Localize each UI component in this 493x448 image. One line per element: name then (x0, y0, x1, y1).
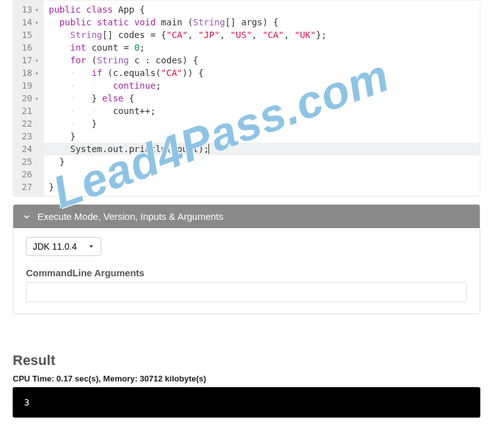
code-line[interactable]: public class App { (49, 3, 475, 16)
line-number: 24 (13, 143, 40, 155)
line-number: 17 (13, 54, 40, 67)
chevron-down-icon (22, 212, 31, 221)
code-line[interactable]: public static void main (String[] args) … (49, 16, 475, 29)
version-select[interactable]: JDK 11.0.4 (26, 237, 101, 256)
result-meta: CPU Time: 0.17 sec(s), Memory: 30712 kil… (13, 374, 480, 383)
line-number: 20 (13, 92, 40, 105)
code-content[interactable]: public class App { public static void ma… (44, 1, 480, 196)
svg-marker-0 (89, 245, 93, 248)
result-title: Result (13, 352, 480, 369)
code-line[interactable]: · if (c.equals("CA")) { (49, 67, 475, 79)
code-line[interactable]: for (String c : codes) { (49, 54, 475, 67)
line-number: 16 (13, 41, 40, 54)
line-number: 19 (13, 79, 40, 92)
code-line[interactable]: · · count++; (49, 105, 475, 117)
code-line[interactable]: · · continue; (49, 79, 475, 92)
line-number: 14 (13, 16, 40, 29)
line-number: 23 (13, 130, 40, 143)
code-line[interactable]: int count = 0; (49, 41, 475, 54)
code-line[interactable]: System.out.println(count); (44, 143, 480, 155)
version-selected-label: JDK 11.0.4 (33, 241, 77, 252)
execute-panel: Execute Mode, Version, Inputs & Argument… (13, 204, 480, 314)
line-number: 13 (13, 3, 40, 16)
code-line[interactable]: String[] codes = {"CA", "JP", "US", "CA"… (49, 29, 475, 41)
line-number: 22 (13, 117, 40, 130)
code-line[interactable] (49, 168, 475, 181)
line-number: 21 (13, 105, 40, 117)
commandline-label: CommandLine Arguments (26, 267, 467, 278)
terminal-text: 3 (24, 397, 29, 407)
line-number: 26 (13, 168, 40, 181)
execute-panel-header[interactable]: Execute Mode, Version, Inputs & Argument… (13, 205, 480, 228)
result-section: Result CPU Time: 0.17 sec(s), Memory: 30… (13, 352, 480, 418)
code-line[interactable]: } (49, 130, 475, 143)
commandline-input[interactable] (26, 282, 467, 302)
caret-down-icon (88, 241, 94, 252)
code-line[interactable]: } (49, 155, 475, 168)
code-line[interactable]: } (49, 181, 475, 193)
line-gutter: 131415161718192021222324252627 (13, 1, 44, 196)
line-number: 25 (13, 155, 40, 168)
code-editor[interactable]: 131415161718192021222324252627 public cl… (13, 0, 480, 196)
execute-panel-title: Execute Mode, Version, Inputs & Argument… (37, 211, 224, 222)
line-number: 27 (13, 181, 40, 193)
code-line[interactable]: · } (49, 117, 475, 130)
line-number: 15 (13, 29, 40, 41)
code-line[interactable]: · } else { (49, 92, 475, 105)
line-number: 18 (13, 67, 40, 79)
terminal-output: 3 (13, 387, 480, 418)
